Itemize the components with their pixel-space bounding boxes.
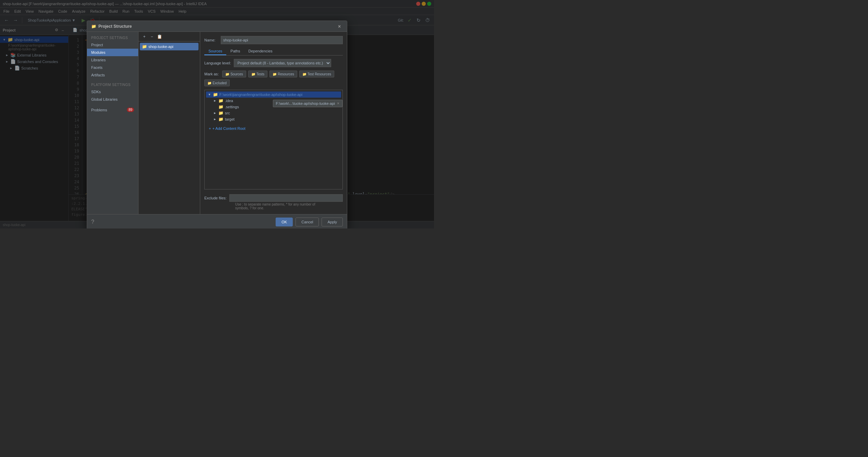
apply-button[interactable]: Apply xyxy=(322,218,343,226)
nav-project[interactable]: Project xyxy=(87,41,138,49)
language-level-row: Language level: Project default (8 - Lam… xyxy=(204,59,343,67)
nav-sdks[interactable]: SDKs xyxy=(87,88,138,96)
ft-target-icon: 📁 xyxy=(218,117,224,122)
ft-idea-label: .idea xyxy=(225,99,233,103)
ft-root-icon: 📁 xyxy=(213,92,218,97)
add-content-root-btn[interactable]: + + Add Content Root xyxy=(207,125,340,132)
tests-icon: 📁 xyxy=(251,72,255,76)
ft-item-target[interactable]: ► 📁 target xyxy=(206,116,341,122)
exclude-row: Exclude files: xyxy=(204,194,343,202)
mark-as-label: Mark as: xyxy=(204,72,219,76)
dialog-title-icon: 📁 xyxy=(91,24,96,29)
mark-resources-btn[interactable]: 📁 Resources xyxy=(269,71,297,77)
copy-module-btn[interactable]: 📋 xyxy=(156,34,162,40)
mark-sources-btn[interactable]: 📁 Sources xyxy=(222,71,246,77)
module-tree-panel: + − 📋 📁 shop-tuoke-api xyxy=(138,32,200,214)
exclude-input[interactable] xyxy=(229,194,343,202)
mark-testres-btn[interactable]: 📁 Test Resources xyxy=(299,71,334,77)
mark-resources-label: Resources xyxy=(278,72,294,76)
project-structure-dialog: 📁 Project Structure × Project Settings P… xyxy=(87,21,347,228)
ft-idea-arrow: ► xyxy=(213,99,217,102)
ft-item-src[interactable]: ► 📁 src xyxy=(206,110,341,116)
file-tree-area[interactable]: ▼ 📁 F:\work\jiangnanfengran\tuoke-api\sh… xyxy=(204,90,343,189)
lang-level-select[interactable]: Project default (8 - Lambdas, type annot… xyxy=(234,59,331,67)
dialog-footer: ? OK Cancel Apply xyxy=(87,214,347,228)
exclude-label: Exclude files: xyxy=(204,196,227,200)
mark-testres-label: Test Resources xyxy=(308,72,331,76)
ft-settings-icon: 📁 xyxy=(218,104,224,109)
tooltip-close-btn[interactable]: × xyxy=(337,101,339,106)
nav-artifacts[interactable]: Artifacts xyxy=(87,71,138,79)
mark-excluded-label: Excluded xyxy=(213,81,227,85)
ft-root-label: F:\work\jiangnanfengran\tuoke-api\shop-t… xyxy=(219,92,302,97)
module-item-main[interactable]: 📁 shop-tuoke-api xyxy=(140,43,198,50)
nav-libraries[interactable]: Libraries xyxy=(87,56,138,64)
name-field[interactable] xyxy=(221,36,343,44)
mark-sources-label: Sources xyxy=(230,72,243,76)
problems-badge: 89 xyxy=(127,108,134,112)
module-icon: 📁 xyxy=(142,44,147,49)
project-settings-label: Project Settings xyxy=(87,35,138,41)
name-row: Name: xyxy=(204,36,343,44)
nav-divider xyxy=(87,79,138,82)
ft-idea-icon: 📁 xyxy=(218,98,224,103)
add-module-btn[interactable]: + xyxy=(141,34,147,40)
module-content: Name: Sources Paths Dependencies Languag… xyxy=(200,32,347,214)
nav-global-libs[interactable]: Global Libraries xyxy=(87,96,138,103)
dialog-title-text: Project Structure xyxy=(98,24,132,29)
dialog-title-bar: 📁 Project Structure × xyxy=(87,21,347,32)
add-root-icon: + xyxy=(209,126,211,131)
module-toolbar: + − 📋 xyxy=(138,32,200,41)
ft-src-arrow: ► xyxy=(213,111,217,115)
module-tabs: Sources Paths Dependencies xyxy=(204,48,343,55)
nav-facets[interactable]: Facets xyxy=(87,64,138,71)
nav-modules[interactable]: Modules xyxy=(87,49,138,56)
name-field-label: Name: xyxy=(204,38,218,42)
sources-icon: 📁 xyxy=(225,72,229,76)
ft-src-label: src xyxy=(225,111,230,115)
exclude-section: Exclude files: Use ; to separate name pa… xyxy=(204,193,343,210)
dialog-left-nav: Project Settings Project Modules Librari… xyxy=(87,32,138,214)
tab-dependencies[interactable]: Dependencies xyxy=(244,48,277,55)
cancel-button[interactable]: Cancel xyxy=(296,218,319,226)
testres-icon: 📁 xyxy=(302,72,306,76)
remove-module-btn[interactable]: − xyxy=(149,34,155,40)
ft-settings-label: .settings xyxy=(225,105,239,109)
module-item-label: shop-tuoke-api xyxy=(148,45,173,49)
mark-tests-label: Tests xyxy=(256,72,264,76)
mark-excluded-btn[interactable]: 📁 Excluded xyxy=(204,79,230,86)
mark-as-row: Mark as: 📁 Sources 📁 Tests 📁 Resources xyxy=(204,71,343,86)
nav-divider-2 xyxy=(87,103,138,106)
tab-paths[interactable]: Paths xyxy=(226,48,244,55)
ft-src-icon: 📁 xyxy=(218,111,224,115)
footer-buttons: OK Cancel Apply xyxy=(276,218,343,226)
dialog-body: Project Settings Project Modules Librari… xyxy=(87,32,347,214)
module-tree: 📁 shop-tuoke-api xyxy=(138,41,200,214)
platform-settings-label: Platform Settings xyxy=(87,82,138,88)
ok-button[interactable]: OK xyxy=(276,218,293,226)
exclude-hint: Use ; to separate name patterns, * for a… xyxy=(204,202,343,210)
help-icon[interactable]: ? xyxy=(91,219,94,225)
lang-level-label: Language level: xyxy=(204,61,231,65)
add-root-label: + Add Content Root xyxy=(212,126,245,131)
dialog-overlay: 📁 Project Structure × Project Settings P… xyxy=(0,0,434,228)
ft-target-label: target xyxy=(225,117,234,121)
mark-tests-btn[interactable]: 📁 Tests xyxy=(248,71,267,77)
ft-target-arrow: ► xyxy=(213,118,217,121)
ft-root-arrow: ▼ xyxy=(207,93,212,96)
tooltip-path-text: F:\work\...\tuoke-api\shop-tuoke-api xyxy=(276,101,335,106)
excluded-icon: 📁 xyxy=(207,81,212,85)
path-tooltip: F:\work\...\tuoke-api\shop-tuoke-api × xyxy=(273,100,342,107)
resources-icon: 📁 xyxy=(273,72,277,76)
nav-problems[interactable]: Problems 89 xyxy=(87,106,138,114)
dialog-close-button[interactable]: × xyxy=(336,23,343,30)
ft-root-item[interactable]: ▼ 📁 F:\work\jiangnanfengran\tuoke-api\sh… xyxy=(206,91,341,98)
tab-sources[interactable]: Sources xyxy=(204,48,226,55)
nav-problems-label: Problems xyxy=(91,108,107,112)
